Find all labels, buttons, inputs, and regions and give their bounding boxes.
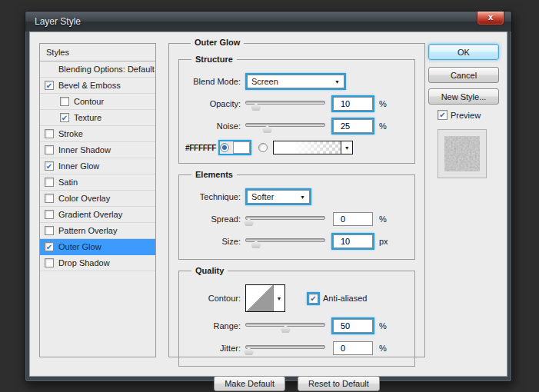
blend-mode-select[interactable]: Screen ▼ [247,75,344,88]
spread-slider[interactable] [245,213,325,225]
styles-header: Styles [40,44,155,61]
check-icon: ✔ [439,111,445,119]
style-checkbox[interactable] [45,178,54,187]
gradient-arrow-icon[interactable]: ▼ [341,141,352,154]
style-label: Inner Glow [58,161,99,171]
noise-label: Noise: [185,121,241,131]
spread-row: Spread: % [185,211,408,228]
range-unit: % [379,321,391,331]
style-checkbox[interactable] [45,258,54,267]
jitter-slider[interactable] [245,342,325,354]
style-checkbox[interactable] [45,194,54,203]
blend-mode-label: Blend Mode: [185,77,241,86]
sidebar-style-item[interactable]: Contour [40,94,155,110]
sidebar-style-item[interactable]: ✔ Texture [40,110,155,126]
structure-legend: Structure [191,55,237,64]
elements-group: Elements Technique: Softer ▼ Spread: [178,174,415,260]
sidebar-style-item[interactable]: Drop Shadow [40,255,155,271]
layer-style-dialog: Layer Style x Styles Blending Options: D… [25,11,512,382]
blend-mode-value: Screen [251,77,278,86]
preview-checkbox[interactable]: ✔ [438,110,448,120]
new-style-button[interactable]: New Style... [428,88,499,105]
opacity-row: Opacity: % [185,95,408,112]
sidebar-style-item[interactable]: ✔ Inner Glow [40,158,155,174]
color-hex-annotation: #FFFFFF [185,144,216,152]
close-button[interactable]: x [477,12,504,25]
sidebar-style-item[interactable]: Color Overlay [40,191,155,207]
gradient-swatch[interactable] [274,141,341,154]
noise-row: Noise: % [185,118,408,135]
style-checkbox[interactable]: ✔ [45,161,54,171]
style-checkbox[interactable]: ✔ [45,242,54,251]
technique-label: Technique: [185,192,241,201]
sidebar-style-item[interactable]: Inner Shadow [40,142,155,158]
antialiased-label: Anti-aliased [323,294,367,303]
action-column: OK Cancel New Style... ✔ Preview [428,44,499,178]
ok-button[interactable]: OK [428,44,499,60]
contour-thumbnail[interactable] [246,285,274,311]
noise-input[interactable] [333,119,373,133]
size-input[interactable] [333,234,373,248]
sidebar-style-item[interactable]: ✔ Bevel & Emboss [40,78,155,94]
spread-input[interactable] [333,212,373,226]
quality-legend: Quality [191,266,228,275]
opacity-slider[interactable] [245,98,325,110]
size-slider[interactable] [245,235,325,247]
style-label: Color Overlay [58,194,110,203]
spread-slider-track[interactable] [245,216,325,220]
size-input-highlight [331,233,374,250]
style-label: Bevel & Emboss [58,81,121,90]
style-label: Texture [74,113,101,122]
glow-color-swatch[interactable] [233,141,250,154]
cancel-button[interactable]: Cancel [428,67,499,83]
style-label: Pattern Overlay [58,226,117,235]
range-row: Range: % [185,317,408,334]
technique-highlight: Softer ▼ [245,188,311,205]
color-radio[interactable] [220,143,229,152]
jitter-label: Jitter: [185,344,241,353]
style-checkbox[interactable] [45,226,54,235]
opacity-slider-track[interactable] [245,101,325,105]
style-checkbox[interactable]: ✔ [60,113,69,122]
noise-slider-track[interactable] [245,123,325,127]
jitter-slider-track[interactable] [245,345,325,349]
titlebar[interactable]: Layer Style x [25,12,511,32]
opacity-input[interactable] [333,97,373,111]
sidebar-style-item[interactable]: ✔ Outer Glow [40,239,155,255]
style-label: Satin [58,178,78,187]
technique-select[interactable]: Softer ▼ [247,190,310,204]
jitter-input[interactable] [333,341,373,355]
noise-slider[interactable] [245,120,325,132]
sidebar-style-item[interactable]: Blending Options: Default [40,61,155,78]
check-icon: ✔ [310,294,316,303]
reset-to-default-button[interactable]: Reset to Default [298,376,380,391]
jitter-row: Jitter: % [185,340,408,357]
gradient-radio[interactable] [258,143,268,152]
spread-input-wrap [331,211,374,228]
style-checkbox[interactable] [60,97,69,106]
style-checkbox[interactable] [45,129,54,138]
dialog-body: Styles Blending Options: Default ✔ Bevel… [29,32,507,377]
close-icon: x [488,12,493,22]
style-checkbox[interactable] [45,210,54,219]
range-input[interactable] [333,319,373,333]
size-slider-track[interactable] [245,238,325,242]
contour-label: Contour: [185,294,241,303]
gradient-picker[interactable]: ▼ [273,141,353,154]
sidebar-style-item[interactable]: Pattern Overlay [40,223,155,239]
sidebar-style-item[interactable]: Satin [40,174,155,191]
elements-legend: Elements [191,170,237,179]
style-checkbox[interactable] [45,145,54,154]
antialiased-checkbox[interactable]: ✔ [308,294,318,304]
opacity-unit: % [379,99,391,108]
glow-color-row: #FFFFFF ▼ [185,140,408,155]
range-slider[interactable] [245,320,325,332]
make-default-button[interactable]: Make Default [214,376,285,391]
contour-arrow-icon[interactable]: ▼ [274,285,284,311]
range-input-highlight [331,317,374,334]
sidebar-style-item[interactable]: Gradient Overlay [40,207,155,223]
contour-picker[interactable]: ▼ [245,284,285,312]
sidebar-style-item[interactable]: Stroke [40,126,155,142]
style-checkbox[interactable]: ✔ [45,81,54,90]
structure-group: Structure Blend Mode: Screen ▼ Opacity: [178,59,415,164]
